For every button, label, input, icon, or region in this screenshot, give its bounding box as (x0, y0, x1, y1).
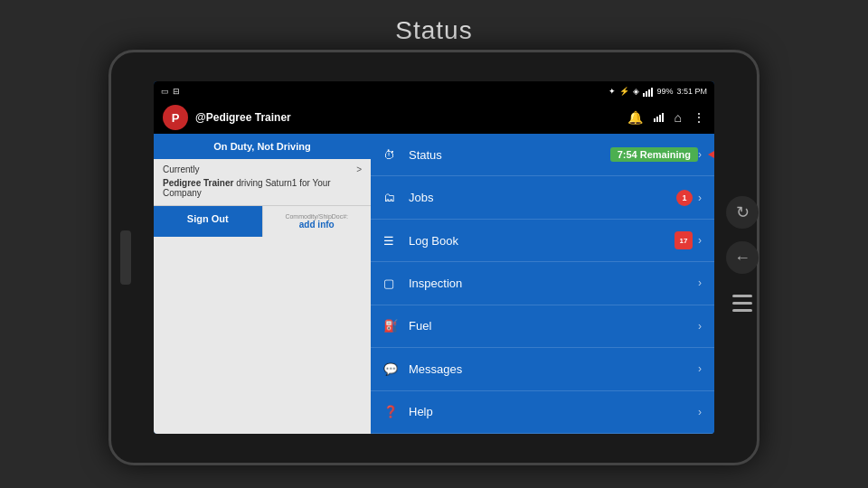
red-arrow-indicator (708, 148, 714, 161)
logbook-badge: 17 (675, 231, 693, 249)
app-bar-icons: 🔔 ⌂ ⋮ (627, 110, 705, 125)
wifi-icon: ◈ (633, 87, 639, 96)
logbook-chevron: › (698, 234, 702, 247)
action-row: Sign Out Commodity/ShipDoc#: add info (154, 205, 371, 237)
signal-bar-icon (654, 110, 664, 125)
inspection-icon: ▢ (383, 277, 401, 290)
home-icon[interactable]: ⌂ (675, 110, 682, 125)
menu-button[interactable] (726, 286, 759, 319)
sign-out-button[interactable]: Sign Out (154, 206, 262, 237)
more-options-icon[interactable]: ⋮ (693, 110, 705, 125)
app-bar: P @Pedigree Trainer 🔔 ⌂ ⋮ (154, 101, 714, 134)
driver-name: Pedigree Trainer (163, 178, 233, 188)
fuel-icon: ⛽ (383, 319, 401, 333)
clock: 3:51 PM (676, 87, 707, 96)
currently-row: Currently > (154, 159, 371, 176)
bluetooth-icon: ⚡ (619, 87, 629, 96)
jobs-icon: 🗂 (383, 191, 401, 204)
messages-chevron: › (698, 362, 702, 375)
sim-icon: ▭ (161, 87, 169, 96)
status-menu-icon: ⏱ (383, 148, 401, 162)
side-nav-buttons: ↻ ← (726, 196, 759, 319)
app-logo: P (163, 105, 188, 130)
home-button[interactable]: ← (726, 241, 759, 274)
logbook-icon: ☰ (383, 234, 401, 248)
commodity-label: Commodity/ShipDoc#: (269, 213, 366, 220)
menu-item-logbook[interactable]: ☰ Log Book 17 › (371, 220, 714, 262)
menu-item-jobs[interactable]: 🗂 Jobs 1 › (371, 176, 714, 219)
duty-status-bar: On Duty, Not Driving (154, 134, 371, 159)
status-bar-left: ▭ ⊟ (161, 87, 180, 96)
jobs-chevron: › (698, 192, 702, 204)
fuel-chevron: › (698, 320, 702, 333)
photo-icon: ⊟ (173, 87, 180, 96)
battery-icon: 99% (656, 87, 673, 96)
status-bar-right: ✦ ⚡ ◈ 99% 3:51 PM (609, 86, 707, 97)
gps-icon: ✦ (609, 87, 616, 96)
inspection-label: Inspection (401, 277, 698, 290)
logbook-label: Log Book (401, 234, 675, 248)
volume-button[interactable] (120, 230, 131, 285)
help-label: Help (401, 405, 698, 418)
page-title: Status (395, 16, 472, 45)
add-info-value: add info (269, 220, 366, 230)
back-button[interactable]: ↻ (726, 196, 759, 229)
status-timer-badge: 7:54 Remaining (610, 147, 698, 162)
add-info-button[interactable]: Commodity/ShipDoc#: add info (262, 206, 372, 237)
tablet-frame: ↻ ← ▭ ⊟ ✦ ⚡ ◈ (108, 50, 760, 465)
fuel-label: Fuel (401, 319, 698, 333)
status-bar: ▭ ⊟ ✦ ⚡ ◈ 99% 3:51 PM (154, 81, 714, 101)
messages-label: Messages (401, 362, 698, 376)
menu-item-inspection[interactable]: ▢ Inspection › (371, 262, 714, 305)
notification-icon[interactable]: 🔔 (627, 110, 643, 125)
currently-label: Currently (163, 164, 200, 174)
messages-icon: 💬 (383, 362, 401, 376)
help-chevron: › (698, 406, 702, 418)
currently-chevron[interactable]: > (356, 164, 362, 174)
signal-strength-icon (643, 86, 653, 97)
main-content: On Duty, Not Driving Currently > Pedigre… (154, 134, 714, 434)
status-chevron: › (698, 148, 702, 161)
driver-info: Pedigree Trainer driving Saturn1 for You… (154, 176, 371, 205)
help-icon: ❓ (383, 405, 401, 418)
menu-item-help[interactable]: ❓ Help › (371, 391, 714, 434)
menu-item-fuel[interactable]: ⛽ Fuel › (371, 305, 714, 348)
status-menu-label: Status (401, 148, 603, 162)
device-screen: ▭ ⊟ ✦ ⚡ ◈ 99% 3:51 PM P @Pedigree Traine… (154, 81, 714, 434)
left-panel: On Duty, Not Driving Currently > Pedigre… (154, 134, 371, 434)
inspection-chevron: › (698, 277, 702, 289)
jobs-badge: 1 (676, 190, 693, 206)
menu-item-messages[interactable]: 💬 Messages › (371, 348, 714, 390)
right-panel: ⏱ Status 7:54 Remaining › 🗂 Jobs 1 › (371, 134, 714, 434)
app-bar-title: @Pedigree Trainer (195, 111, 620, 124)
jobs-label: Jobs (401, 191, 676, 204)
menu-item-status[interactable]: ⏱ Status 7:54 Remaining › (371, 134, 714, 176)
